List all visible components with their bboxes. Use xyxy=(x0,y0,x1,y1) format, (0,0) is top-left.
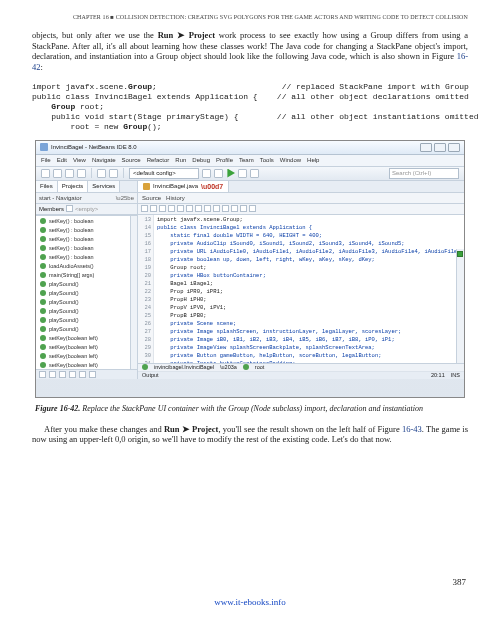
ed-icon-6[interactable] xyxy=(186,205,193,212)
navigator-item[interactable]: setKey(boolean left) xyxy=(36,361,137,369)
menu-window[interactable]: Window xyxy=(280,157,301,163)
minimize-button[interactable] xyxy=(420,143,432,152)
navigator-item[interactable]: setKey() : boolean xyxy=(36,253,137,262)
build-icon[interactable] xyxy=(202,169,211,178)
code-line[interactable]: private ImageView splashScreenBackplate,… xyxy=(157,344,464,352)
code-line[interactable]: private URL iAudioFile0, iAudioFile1, iA… xyxy=(157,248,464,256)
source-tab[interactable]: Source xyxy=(142,195,161,201)
menu-profile[interactable]: Profile xyxy=(216,157,233,163)
code-line[interactable]: private HBox buttonContainer; xyxy=(157,272,464,280)
menu-edit[interactable]: Edit xyxy=(57,157,67,163)
error-stripe-icon[interactable] xyxy=(457,251,463,257)
new-file-icon[interactable] xyxy=(41,169,50,178)
code-line[interactable]: private boolean up, down, left, right, w… xyxy=(157,256,464,264)
code-line[interactable]: public class InvinciBagel extends Applic… xyxy=(157,224,464,232)
ed-icon-10[interactable] xyxy=(222,205,229,212)
clean-build-icon[interactable] xyxy=(214,169,223,178)
navigator-item[interactable]: playSound() xyxy=(36,280,137,289)
ed-icon-11[interactable] xyxy=(231,205,238,212)
ed-icon-1[interactable] xyxy=(141,205,148,212)
ed-icon-9[interactable] xyxy=(213,205,220,212)
navigator-item[interactable]: setKey() : boolean xyxy=(36,244,137,253)
navigator-item[interactable]: setKey(boolean left) xyxy=(36,343,137,352)
menu-team[interactable]: Team xyxy=(239,157,254,163)
navigator-item[interactable]: playSound() xyxy=(36,316,137,325)
code-line[interactable]: Bagel iBagel; xyxy=(157,280,464,288)
navigator-item[interactable]: setKey() : boolean xyxy=(36,217,137,226)
search-input[interactable]: Search (Ctrl+I) xyxy=(389,168,459,179)
filter-icon-2[interactable] xyxy=(49,371,56,378)
code-area[interactable]: import javafx.scene.Group;public class I… xyxy=(154,215,464,363)
menu-help[interactable]: Help xyxy=(307,157,319,163)
navigator-item[interactable]: playSound() xyxy=(36,298,137,307)
filter-icon-3[interactable] xyxy=(59,371,66,378)
close-button[interactable] xyxy=(448,143,460,152)
navigator-item[interactable]: loadAudioAssets() xyxy=(36,262,137,271)
run-icon[interactable] xyxy=(226,169,235,178)
editor-body[interactable]: 1314151617181920212223242526272829303132… xyxy=(138,215,464,363)
ed-icon-7[interactable] xyxy=(195,205,202,212)
menu-view[interactable]: View xyxy=(73,157,86,163)
code-line[interactable]: Prop iPR0, iPR1; xyxy=(157,288,464,296)
navigator-item[interactable]: setKey(boolean left) xyxy=(36,352,137,361)
menu-debug[interactable]: Debug xyxy=(192,157,210,163)
undo-icon[interactable] xyxy=(97,169,106,178)
navigator-item[interactable]: setKey() : boolean xyxy=(36,235,137,244)
code-line[interactable]: private Image iB0, iB1, iB2, iB3, iB4, i… xyxy=(157,336,464,344)
navigator-item[interactable]: setKey(boolean left) xyxy=(36,334,137,343)
maximize-button[interactable] xyxy=(434,143,446,152)
navigator-collapse-icon[interactable]: \u25be xyxy=(116,195,134,201)
debug-icon[interactable] xyxy=(238,169,247,178)
filter-icon-6[interactable] xyxy=(89,371,96,378)
menu-refactor[interactable]: Refactor xyxy=(147,157,170,163)
navigator-list[interactable]: setKey() : booleansetKey() : booleansetK… xyxy=(36,215,137,369)
menu-navigate[interactable]: Navigate xyxy=(92,157,116,163)
config-select[interactable]: <default config> xyxy=(129,168,199,179)
filter-icon-4[interactable] xyxy=(69,371,76,378)
close-tab-icon[interactable]: \u00d7 xyxy=(201,183,223,190)
ed-icon-12[interactable] xyxy=(240,205,247,212)
code-line[interactable]: import javafx.scene.Group; xyxy=(157,216,464,224)
code-line[interactable]: private Insets buttonContainerPadding; xyxy=(157,360,464,363)
code-line[interactable]: static final double WIDTH = 640, HEIGHT … xyxy=(157,232,464,240)
menu-tools[interactable]: Tools xyxy=(260,157,274,163)
editor-tab[interactable]: InvinciBagel.java \u00d7 xyxy=(138,181,229,192)
menu-source[interactable]: Source xyxy=(122,157,141,163)
footer-link[interactable]: www.it-ebooks.info xyxy=(0,597,500,607)
filter-icon-5[interactable] xyxy=(79,371,86,378)
navigator-scrollbar[interactable] xyxy=(130,216,137,369)
ed-icon-13[interactable] xyxy=(249,205,256,212)
history-tab[interactable]: History xyxy=(166,195,185,201)
ed-icon-8[interactable] xyxy=(204,205,211,212)
tab-files[interactable]: Files xyxy=(36,181,58,192)
members-dropdown-icon[interactable] xyxy=(66,205,73,212)
ed-icon-4[interactable] xyxy=(168,205,175,212)
ed-icon-3[interactable] xyxy=(159,205,166,212)
navigator-item[interactable]: main(String[] args) xyxy=(36,271,137,280)
ed-icon-5[interactable] xyxy=(177,205,184,212)
navigator-item[interactable]: playSound() xyxy=(36,325,137,334)
navigator-item[interactable]: playSound() xyxy=(36,307,137,316)
redo-icon[interactable] xyxy=(109,169,118,178)
code-line[interactable]: private Button gameButton, helpButton, s… xyxy=(157,352,464,360)
tab-projects[interactable]: Projects xyxy=(58,181,89,192)
open-icon[interactable] xyxy=(65,169,74,178)
code-line[interactable]: PropH iPH0; xyxy=(157,296,464,304)
new-project-icon[interactable] xyxy=(53,169,62,178)
profile-icon[interactable] xyxy=(250,169,259,178)
tab-services[interactable]: Services xyxy=(88,181,120,192)
menu-run[interactable]: Run xyxy=(175,157,186,163)
navigator-item[interactable]: setKey() : boolean xyxy=(36,226,137,235)
code-line[interactable]: PropB iPB0; xyxy=(157,312,464,320)
menu-file[interactable]: File xyxy=(41,157,51,163)
editor-scrollbar[interactable] xyxy=(456,249,464,363)
filter-icon-1[interactable] xyxy=(39,371,46,378)
save-all-icon[interactable] xyxy=(77,169,86,178)
code-line[interactable]: private AudioClip iSound0, iSound1, iSou… xyxy=(157,240,464,248)
code-line[interactable]: Group root; xyxy=(157,264,464,272)
breadcrumb-class[interactable]: invincibagel.InvinciBagel xyxy=(154,364,214,370)
code-line[interactable]: private Image splashScreen, instructionL… xyxy=(157,328,464,336)
navigator-item[interactable]: playSound() xyxy=(36,289,137,298)
code-line[interactable]: private Scene scene; xyxy=(157,320,464,328)
code-line[interactable]: PropV iPV0, iPV1; xyxy=(157,304,464,312)
